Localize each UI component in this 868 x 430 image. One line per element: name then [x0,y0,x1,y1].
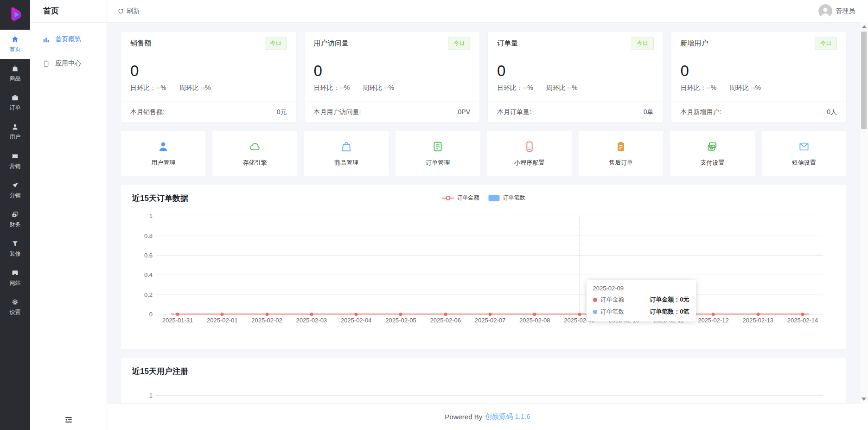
x-axis-label: 2025-02-04 [341,317,372,324]
quick-actions-row: 用户管理 存储引擎 商品管理 订单管理 小程序配置 [121,131,846,176]
quick-action-order-manage[interactable]: 订单管理 [396,131,480,176]
y-axis-label: 1 [129,392,153,399]
data-point-dot[interactable] [489,313,492,316]
sidebar-collapse-button[interactable] [30,415,107,424]
card-value: 0 [681,63,837,79]
vertical-scrollbar[interactable] [860,22,868,404]
brand-logo[interactable] [0,0,30,30]
quick-action-label: 小程序配置 [514,159,544,167]
storage-cloud-icon [249,141,261,153]
gridline [156,395,823,396]
rail-item-finance[interactable]: 财务 [0,205,30,234]
rail-item-marketing[interactable]: 营销 [0,147,30,176]
footer: Powered By 创颜源码 1.1.6 [107,403,868,430]
stat-cards-row: 销售额今日 0 日环比：--%周环比 --% 本月销售额:0元 用户访问量今日 … [121,32,846,122]
distribution-icon [11,181,19,189]
rail-item-goods[interactable]: 商品 [0,59,30,88]
rail-item-label: 财务 [10,221,21,229]
data-point-dot[interactable] [533,313,536,316]
legend-line-marker [442,198,454,199]
quick-action-sms-settings[interactable]: 短信设置 [762,131,846,176]
rail-item-label: 设置 [10,308,21,316]
main-area: 刷新 管理员 销售额今日 0 日环比：--%周环比 --% 本月销售额:0元 [107,0,868,430]
quick-action-user-manage[interactable]: 用户管理 [121,131,205,176]
today-badge: 今日 [632,37,654,50]
data-point-dot[interactable] [355,313,358,316]
card-value: 0 [314,63,471,79]
y-axis-label: 0.2 [129,291,153,298]
legend-item-order-amount[interactable]: 订单金额 [442,194,479,202]
goods-bag-icon [340,141,352,153]
secondary-sidebar: 首页 首页概览 应用中心 [30,0,107,430]
card-title: 销售额 [130,39,151,48]
card-footer-value: 0元 [277,108,287,116]
menu-fold-icon [64,415,73,424]
quick-action-payment-settings[interactable]: 支付设置 [670,131,754,176]
stat-card-visits: 用户访问量今日 0 日环比：--%周环比 --% 本月用户访问量:0PV [305,32,480,122]
payment-icon [706,141,718,153]
legend-item-order-count[interactable]: 订单笔数 [489,194,525,202]
card-footer-value: 0单 [644,108,654,116]
sidebar-item-app-center[interactable]: 应用中心 [30,51,107,76]
rail-item-users[interactable]: 用户 [0,117,30,147]
rail-item-website[interactable]: 网站 [0,263,30,293]
avatar [818,4,832,18]
rail-item-label: 装修 [10,250,21,258]
order-chart-plot: 2025-02-09 订单金额 订单金额：0元 订单笔数 订单笔数：0笔 [178,216,803,314]
refresh-button[interactable]: 刷新 [117,7,140,15]
rail-item-home[interactable]: 首页 [0,30,30,59]
quick-action-goods-manage[interactable]: 商品管理 [304,131,389,176]
data-point-dot[interactable] [310,313,313,316]
user-menu[interactable]: 管理员 [818,4,855,18]
day-ratio: 日环比：--% [681,84,717,92]
order-chart[interactable]: 2025-02-09 订单金额 订单金额：0元 订单笔数 订单笔数：0笔 [132,210,835,340]
data-point-dot[interactable] [578,313,581,316]
chart-tooltip: 2025-02-09 订单金额 订单金额：0元 订单笔数 订单笔数：0笔 [587,280,696,321]
rail-item-distribution[interactable]: 分销 [0,176,30,205]
data-point-dot[interactable] [756,313,760,316]
quick-action-label: 存储引擎 [243,159,267,167]
overview-chart-icon [42,36,50,44]
rail-item-settings[interactable]: 设置 [0,293,30,322]
rail-item-orders[interactable]: 订单 [0,88,30,117]
today-badge: 今日 [265,37,287,50]
x-axis-label: 2025-02-14 [787,317,818,324]
data-point-dot[interactable] [265,313,268,316]
scroll-down-arrow-icon[interactable] [862,398,866,401]
register-chart[interactable]: 1 [132,383,835,403]
footer-link[interactable]: 创颜源码 1.1.6 [485,412,530,421]
y-axis-label: 0 [129,311,153,318]
day-ratio: 日环比：--% [130,84,166,92]
scroll-up-arrow-icon[interactable] [862,25,867,28]
refresh-label: 刷新 [127,7,140,15]
scrollbar-thumb[interactable] [861,32,867,129]
quick-action-miniapp-config[interactable]: 小程序配置 [487,131,572,176]
data-point-dot[interactable] [221,313,224,316]
rail-item-decoration[interactable]: 装修 [0,234,30,263]
register-chart-card: 近15天用户注册 1 [121,358,846,403]
data-point-dot[interactable] [399,313,402,316]
miniapp-phone-icon [523,141,536,153]
x-axis-label: 2025-02-02 [251,317,282,324]
quick-action-label: 支付设置 [700,159,724,167]
x-axis-label: 2025-02-05 [385,317,416,324]
data-point-dot[interactable] [444,313,447,316]
order-chart-card: 近15天订单数据 订单金额 订单笔数 [121,185,846,349]
data-point-dot[interactable] [712,313,715,316]
tooltip-series-name: 订单金额 [600,295,625,304]
day-ratio: 日环比：--% [497,84,533,92]
quick-action-aftersale-orders[interactable]: 售后订单 [579,131,663,176]
legend-label: 订单笔数 [503,194,525,202]
data-point-dot[interactable] [801,313,804,316]
x-axis-label: 2025-02-07 [475,317,506,324]
sidebar-item-overview[interactable]: 首页概览 [30,27,107,51]
x-axis-label: 2025-02-01 [207,317,238,324]
dashboard-content: 销售额今日 0 日环比：--%周环比 --% 本月销售额:0元 用户访问量今日 … [107,23,868,403]
card-value: 0 [497,63,654,79]
quick-action-label: 售后订单 [609,159,633,167]
quick-action-storage[interactable]: 存储引擎 [212,131,297,176]
primary-sidebar: 首页 商品 订单 用户 营销 分销 财务 装修 [0,0,30,430]
quick-action-label: 商品管理 [334,159,358,167]
tooltip-series-dot-blue [593,310,597,314]
data-point-dot[interactable] [176,313,179,316]
